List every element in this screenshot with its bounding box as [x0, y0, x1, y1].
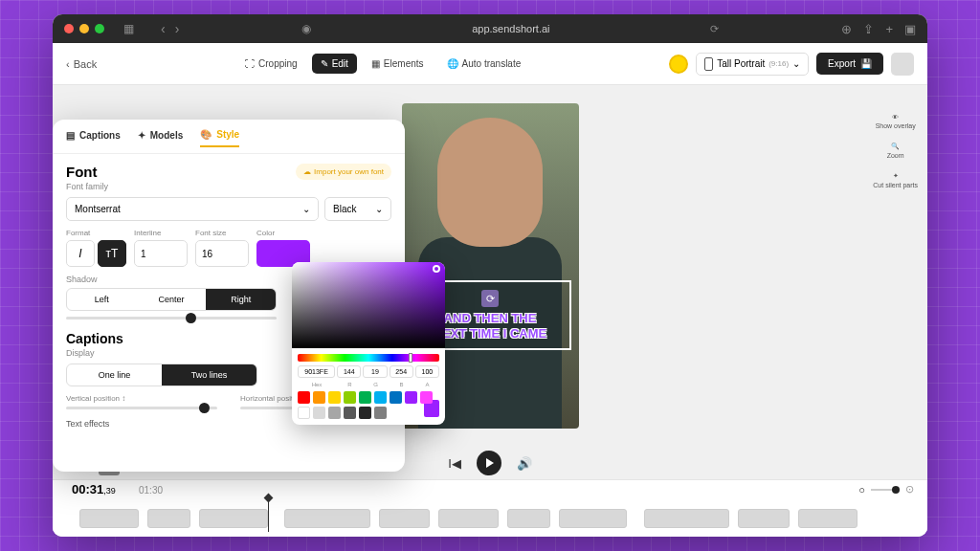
auto-translate-button[interactable]: 🌐Auto translate	[438, 54, 530, 74]
color-swatch[interactable]	[405, 391, 417, 404]
display-one-line[interactable]: One line	[67, 364, 162, 386]
display-segmented: One line Two lines	[66, 364, 257, 386]
credits-icon[interactable]	[669, 55, 688, 74]
tab-models[interactable]: ✦Models	[138, 129, 183, 147]
pencil-icon: ✎	[321, 58, 328, 69]
minimize-window-button[interactable]	[79, 24, 89, 33]
timeline-track[interactable]	[62, 509, 918, 528]
display-two-lines[interactable]: Two lines	[162, 364, 256, 386]
italic-button[interactable]: I	[66, 240, 95, 267]
shadow-center[interactable]: Center	[137, 289, 207, 310]
sparkle-icon: ✦	[893, 172, 899, 180]
color-swatch[interactable]	[313, 391, 325, 404]
traffic-lights	[64, 24, 104, 33]
palette-icon: 🎨	[200, 129, 212, 140]
font-family-select[interactable]: Montserrat⌄	[66, 197, 319, 221]
color-swatch[interactable]	[390, 391, 402, 404]
vertical-arrows-icon: ↕	[122, 394, 125, 403]
crop-icon: ⛶	[245, 58, 255, 69]
zoom-button[interactable]: 🔍Zoom	[887, 143, 904, 159]
shadow-right[interactable]: Right	[206, 289, 276, 310]
app-toolbar: ‹ Back ⛶Cropping ✎Edit ▦Elements 🌐Auto t…	[53, 43, 927, 85]
cut-silence-button[interactable]: ✦Cut silent parts	[873, 172, 918, 188]
zoom-slider[interactable]	[871, 489, 900, 491]
color-swatch[interactable]	[313, 407, 325, 419]
url-bar[interactable]: app.sendshort.ai	[319, 23, 702, 34]
font-family-label: Font family	[66, 182, 391, 191]
color-swatch[interactable]	[374, 391, 387, 404]
browser-chrome: ▦ ‹ › ◉ app.sendshort.ai ⟳ ⊕ ⇪ + ▣	[53, 14, 927, 43]
color-picker: 9013FE 144 19 254 100 Hex R G B A	[292, 262, 445, 425]
b-input[interactable]: 254	[390, 365, 413, 378]
color-swatches	[292, 391, 445, 419]
download-icon[interactable]: ⊕	[841, 22, 852, 36]
color-swatch[interactable]	[374, 407, 387, 419]
refresh-icon[interactable]: ⟳	[481, 290, 499, 307]
elements-button[interactable]: ▦Elements	[363, 54, 433, 74]
tab-style[interactable]: 🎨Style	[200, 129, 239, 147]
vertical-position-slider[interactable]	[66, 407, 217, 409]
show-overlay-button[interactable]: 👁Show overlay	[876, 114, 916, 129]
nav-back-icon[interactable]: ‹	[161, 21, 166, 36]
text-size-button[interactable]: тT	[98, 240, 126, 267]
color-swatch[interactable]	[359, 407, 371, 419]
volume-icon[interactable]: 🔊	[517, 456, 532, 471]
sparkle-icon: ✦	[138, 130, 145, 141]
zoom-out-icon[interactable]: ○	[858, 484, 865, 496]
cropping-button[interactable]: ⛶Cropping	[236, 54, 306, 74]
color-swatch[interactable]	[344, 391, 356, 404]
tab-captions[interactable]: ▤Captions	[66, 129, 121, 147]
shadow-left[interactable]: Left	[67, 289, 137, 310]
color-swatch[interactable]	[344, 407, 356, 419]
captions-icon: ▤	[66, 130, 75, 141]
color-swatch[interactable]	[328, 407, 341, 419]
format-selector[interactable]: Tall Portrait (9:16) ⌄	[696, 53, 809, 76]
nav-forward-icon[interactable]: ›	[175, 21, 180, 36]
tabs-icon[interactable]: ▣	[904, 22, 916, 36]
font-weight-select[interactable]: Black⌄	[324, 197, 391, 221]
save-icon: 💾	[860, 58, 872, 69]
user-avatar[interactable]	[891, 53, 914, 76]
a-input[interactable]: 100	[415, 365, 439, 378]
color-swatch[interactable]	[298, 407, 310, 419]
r-input[interactable]: 144	[337, 365, 361, 378]
close-window-button[interactable]	[64, 24, 74, 33]
color-swatch[interactable]	[298, 391, 310, 404]
eye-icon: 👁	[892, 114, 899, 121]
shadow-slider[interactable]	[66, 317, 277, 320]
g-input[interactable]: 19	[363, 365, 387, 378]
maximize-window-button[interactable]	[95, 24, 104, 33]
playhead[interactable]	[268, 497, 269, 532]
chevron-down-icon: ⌄	[792, 58, 800, 69]
reload-icon[interactable]: ⟳	[710, 23, 719, 35]
grid-icon: ▦	[371, 58, 380, 69]
shield-icon[interactable]: ◉	[301, 22, 311, 35]
skip-back-icon[interactable]: I◀	[448, 456, 461, 471]
hue-slider[interactable]	[298, 354, 439, 362]
saturation-brightness-area[interactable]	[292, 262, 445, 348]
back-button[interactable]: ‹ Back	[66, 58, 97, 70]
share-icon[interactable]: ⇪	[863, 22, 874, 36]
export-button[interactable]: Export 💾	[816, 53, 883, 75]
hex-input[interactable]: 9013FE	[298, 365, 335, 378]
color-swatch[interactable]	[359, 391, 371, 404]
shadow-align-segmented: Left Center Right	[66, 288, 277, 311]
fit-icon[interactable]: ⊙	[905, 483, 914, 496]
font-size-input[interactable]	[195, 240, 249, 267]
sidebar-toggle-icon[interactable]: ▦	[123, 22, 134, 35]
color-swatch[interactable]	[328, 391, 341, 404]
chevron-left-icon: ‹	[66, 58, 70, 70]
import-font-button[interactable]: ☁Import your own font	[296, 164, 391, 180]
browser-window: ▦ ‹ › ◉ app.sendshort.ai ⟳ ⊕ ⇪ + ▣ ‹ Bac…	[53, 14, 927, 537]
translate-icon: 🌐	[447, 58, 458, 69]
chevron-down-icon: ⌄	[375, 204, 383, 214]
cloud-upload-icon: ☁	[303, 167, 311, 176]
color-swatch[interactable]	[420, 391, 433, 404]
new-tab-icon[interactable]: +	[885, 22, 893, 36]
app-body: ⟳ AND THEN THE NEXT TIME I CAME 👁Show ov…	[53, 85, 927, 537]
portrait-icon	[704, 57, 713, 71]
play-button[interactable]	[477, 451, 501, 475]
interline-input[interactable]	[134, 240, 188, 267]
edit-button[interactable]: ✎Edit	[312, 54, 357, 74]
chevron-down-icon: ⌄	[302, 204, 310, 214]
